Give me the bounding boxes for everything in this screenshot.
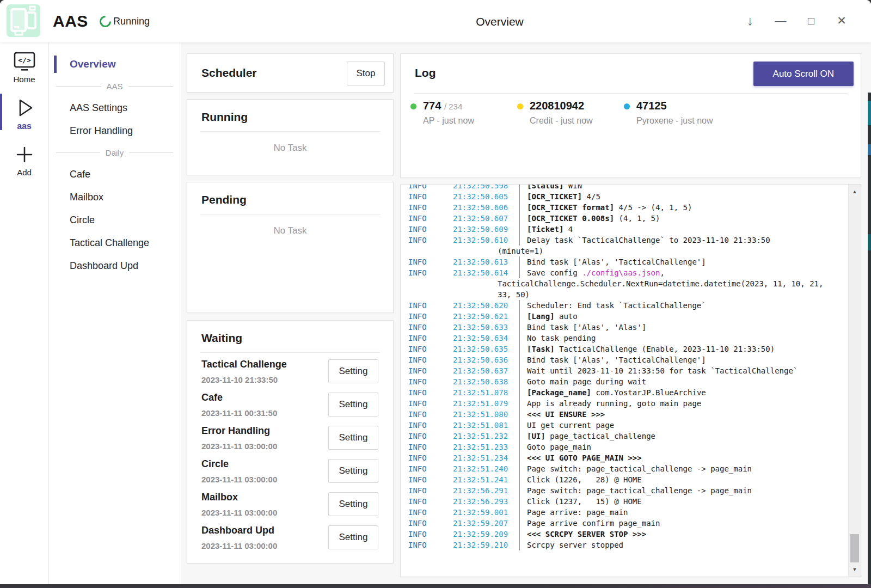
log-level: INFO [408, 387, 453, 398]
waiting-task-name: Error Handling [201, 425, 270, 437]
log-level: INFO [408, 507, 453, 518]
stat-value: 774 [423, 100, 441, 112]
sidebar-item-dashboard-upd[interactable]: Dashboard Upd [50, 254, 180, 277]
stat-label: AP - just now [423, 116, 517, 126]
task-setting-button[interactable]: Setting [328, 426, 378, 450]
log-time: 21:32:50.610 [453, 235, 519, 246]
log-line: INFO 21:32:50.610 Delay task `TacticalCh… [408, 235, 838, 246]
sidebar-item-cafe[interactable]: Cafe [50, 163, 180, 186]
app-logo [7, 4, 40, 37]
maximize-icon[interactable]: □ [802, 10, 820, 32]
log-message: Page switch: page_tactical_challenge -> … [519, 463, 752, 474]
log-time: 21:32:51.078 [453, 387, 519, 398]
log-level: INFO [408, 474, 453, 485]
sidebar-item-mailbox[interactable]: Mailbox [50, 186, 180, 209]
divider [200, 131, 380, 132]
divider-label: Daily [106, 148, 124, 157]
scroll-up-arrow-icon[interactable]: ▲ [849, 187, 861, 196]
running-title: Running [187, 100, 393, 131]
log-time: 21:32:50.635 [453, 344, 519, 354]
task-setting-button[interactable]: Setting [328, 359, 378, 383]
sidebar-item-tactical-challenge[interactable]: Tactical Challenge [50, 231, 180, 254]
log-level: INFO [408, 540, 453, 550]
log-message: Scheduler: End task `TacticalChallenge` [519, 300, 706, 311]
scheduler-status-text: Running [113, 16, 150, 27]
log-message: [OCR_TICKET] 4/5 [519, 191, 600, 202]
log-time: 21:32:50.620 [453, 300, 519, 311]
rail-item-aas[interactable]: aas [0, 88, 48, 136]
task-setting-button[interactable]: Setting [328, 525, 378, 549]
sidebar-item-label: Circle [70, 215, 95, 225]
log-line: INFO 21:32:59.210 Scrcpy server stopped [408, 540, 838, 550]
waiting-task-next-run: 2023-11-11 03:00:00 [201, 541, 277, 550]
log-line-continuation: TacticalChallenge.Scheduler.NextRun=date… [408, 278, 838, 289]
log-message: Bind task ['Alas', 'Alas'] [519, 322, 646, 333]
page-title: Overview [476, 15, 524, 28]
log-level: INFO [408, 365, 453, 376]
minimize-icon[interactable]: — [772, 10, 789, 32]
rail-item-label: Home [0, 75, 48, 84]
log-line: INFO 21:32:50.606 [OCR_TICKET format] 4/… [408, 202, 838, 213]
log-level: INFO [408, 431, 453, 442]
sidebar-item-label: Overview [70, 58, 116, 70]
auto-scroll-toggle-button[interactable]: Auto Scroll ON [753, 62, 854, 86]
log-time: 21:32:51.241 [453, 474, 519, 485]
rail-item-home[interactable]: </> Home [0, 42, 48, 88]
stat-value: 47125 [636, 100, 667, 112]
log-line: INFO 21:32:51.079 App is already running… [408, 398, 838, 409]
log-message: Delay task `TacticalChallenge` to 2023-1… [519, 235, 770, 246]
restore-down-icon[interactable]: ↓ [741, 10, 759, 32]
sidebar-item-label: AAS Settings [70, 102, 127, 113]
sidebar-item-label: Error Handling [70, 125, 133, 136]
log-line: INFO 21:32:51.078 [Package_name] com.Yos… [408, 387, 838, 398]
log-time: 21:32:51.234 [453, 452, 519, 463]
log-line: INFO 21:32:59.209 <<< SCRCPY SERVER STOP… [408, 529, 838, 540]
log-scrollbar[interactable]: ▲ ▼ [848, 185, 861, 577]
log-message: Bind task ['Alas', 'TacticalChallenge'] [519, 256, 706, 267]
log-message: Page arrive: page_main [519, 507, 628, 518]
log-level: INFO [408, 518, 453, 529]
rail-item-add[interactable]: Add [0, 136, 48, 181]
sidebar-menu: Overview AAS AAS Settings Error Handling… [50, 42, 180, 584]
stat-value: 220810942 [530, 100, 584, 112]
task-setting-button[interactable]: Setting [328, 393, 378, 416]
window-controls: ↓ — □ ✕ [741, 10, 850, 32]
log-time: 21:32:59.207 [453, 518, 519, 529]
log-line: INFO 21:32:50.620 Scheduler: End task `T… [408, 300, 838, 311]
scrollbar-thumb[interactable] [850, 534, 859, 562]
scheduler-stop-button[interactable]: Stop [347, 62, 385, 85]
log-time: 21:32:56.293 [453, 496, 519, 507]
dashboard-stat: 47125 Pyroxene - just now [624, 100, 731, 126]
sidebar-item-error-handling[interactable]: Error Handling [50, 119, 180, 142]
waiting-task-row: Error Handling 2023-11-11 03:00:00 Setti… [201, 422, 379, 456]
log-time: 21:32:50.637 [453, 365, 519, 376]
task-setting-button[interactable]: Setting [328, 459, 378, 483]
sidebar-item-label: Mailbox [70, 192, 103, 203]
log-time: 21:32:50.633 [453, 322, 519, 333]
task-setting-button[interactable]: Setting [328, 492, 378, 516]
log-message: Click (1237, 15) @ HOME [519, 496, 642, 507]
sidebar-item-label: Tactical Challenge [70, 237, 149, 248]
waiting-task-next-run: 2023-11-10 21:33:50 [201, 375, 278, 384]
sidebar-item-overview[interactable]: Overview [50, 53, 180, 76]
rail-item-label: aas [0, 121, 48, 131]
sidebar-item-aas-settings[interactable]: AAS Settings [50, 96, 180, 119]
log-level: INFO [408, 463, 453, 474]
running-card: Running No Task [187, 99, 394, 175]
log-level: INFO [408, 300, 453, 311]
running-spinner-icon [97, 14, 114, 30]
sidebar-item-circle[interactable]: Circle [50, 209, 180, 231]
close-icon[interactable]: ✕ [833, 10, 850, 32]
log-line: INFO 21:32:50.637 Wait until 2023-11-10 … [408, 365, 838, 376]
log-message: App is already running, goto main page [519, 398, 701, 409]
log-line: INFO 21:32:51.240 Page switch: page_tact… [408, 463, 838, 474]
log-level: INFO [408, 256, 453, 267]
divider-line [129, 152, 173, 153]
log-time: 21:32:56.291 [453, 485, 519, 496]
log-message: Goto main page during wait [519, 376, 646, 387]
log-level: INFO [408, 398, 453, 409]
waiting-task-row: Cafe 2023-11-11 00:31:50 Setting [201, 389, 379, 422]
log-header-card: Log Auto Scroll ON 774 / 234 AP - just n… [400, 53, 861, 178]
scroll-down-arrow-icon[interactable]: ▼ [849, 565, 861, 574]
log-line: INFO 21:32:50.636 Bind task ['Alas', 'Ta… [408, 354, 838, 365]
